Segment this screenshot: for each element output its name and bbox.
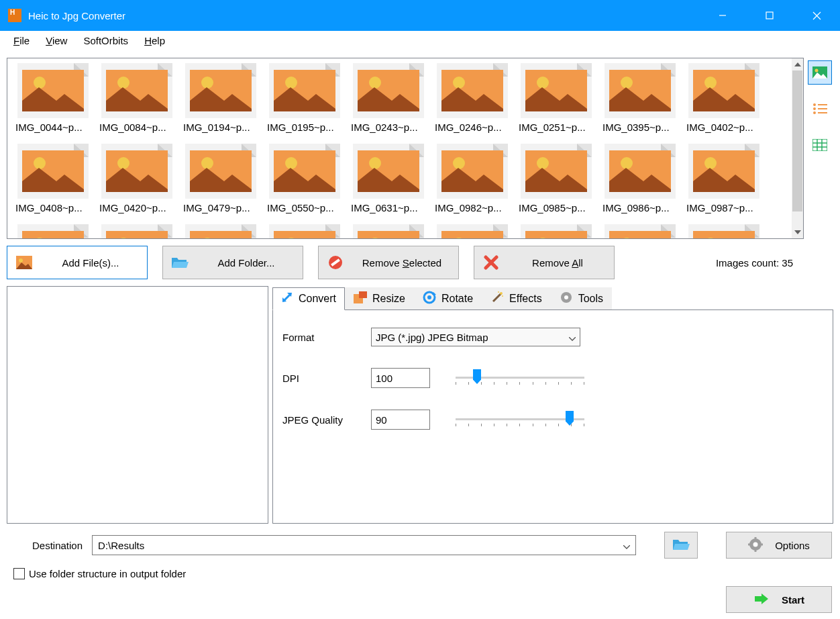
add-folder-button[interactable]: Add Folder... (162, 246, 303, 279)
thumbnail-item[interactable]: IMG_0408~p... (11, 142, 95, 222)
thumbnail-item[interactable]: IMG_0987~p... (682, 142, 766, 222)
thumbnail-image-icon (100, 222, 174, 238)
tab-rotate[interactable]: Rotate (414, 287, 482, 310)
tab-convert[interactable]: Convert (272, 287, 345, 310)
tab-tools[interactable]: Tools (551, 287, 612, 310)
svg-point-35 (500, 292, 503, 295)
add-files-label: Add File(s)... (41, 257, 147, 269)
thumbnail-item[interactable] (95, 222, 178, 238)
thumbnail-label: IMG_0084~p... (99, 122, 174, 133)
dpi-slider[interactable] (456, 369, 584, 387)
thumbnail-item[interactable]: IMG_0479~p... (179, 142, 262, 222)
thumbnail-item[interactable]: IMG_0194~p... (179, 61, 262, 142)
view-list-button[interactable] (808, 97, 832, 121)
menu-view[interactable]: View (38, 33, 75, 48)
thumbnail-item[interactable]: IMG_0044~p... (11, 61, 95, 142)
thumbnail-item[interactable] (11, 222, 95, 238)
thumbnail-image-icon (16, 61, 90, 120)
tab-strip: Convert Resize Rotate Effects Tools (272, 286, 833, 310)
thumbnail-item[interactable] (515, 222, 598, 238)
maximize-button[interactable] (746, 0, 793, 31)
thumbnail-item[interactable]: IMG_0631~p... (347, 142, 430, 222)
thumbnail-item[interactable]: IMG_0982~p... (431, 142, 514, 222)
prohibit-icon (319, 255, 352, 270)
thumbnail-label: IMG_0195~p... (267, 122, 342, 133)
svg-point-37 (502, 295, 503, 297)
menu-file[interactable]: File (5, 33, 38, 48)
menu-softorbits[interactable]: SoftOrbits (75, 33, 136, 48)
svg-point-33 (427, 295, 431, 299)
picture-icon (7, 256, 41, 269)
svg-point-36 (498, 291, 499, 293)
thumbnail-image-icon (352, 142, 425, 201)
add-files-button[interactable]: Add File(s)... (7, 246, 148, 279)
thumbnail-image-icon (184, 222, 258, 238)
view-details-button[interactable] (808, 133, 832, 157)
scrollbar-thumb[interactable] (792, 70, 802, 211)
svg-line-34 (493, 293, 501, 301)
minimize-button[interactable] (699, 0, 746, 31)
start-button[interactable]: Start (726, 586, 832, 613)
thumbnail-item[interactable]: IMG_0246~p... (431, 61, 514, 142)
remove-all-button[interactable]: Remove All (474, 246, 615, 279)
thumbnail-item[interactable] (598, 222, 682, 238)
scroll-up-icon[interactable] (792, 58, 803, 70)
view-thumbnails-button[interactable] (808, 60, 832, 85)
gallery-scrollbar[interactable] (791, 58, 803, 238)
thumbnail-item[interactable] (682, 222, 766, 238)
folder-icon (672, 538, 690, 553)
thumbnail-item[interactable] (347, 222, 430, 238)
thumbnail-image-icon (352, 222, 425, 238)
thumbnail-item[interactable]: IMG_0243~p... (347, 61, 430, 142)
tabs-pane: Convert Resize Rotate Effects Tools Form… (272, 286, 833, 524)
thumbnail-item[interactable] (263, 222, 346, 238)
browse-destination-button[interactable] (664, 532, 698, 559)
thumbnail-item[interactable]: IMG_0986~p... (598, 142, 682, 222)
tab-effects-label: Effects (509, 293, 542, 305)
thumbnail-item[interactable]: IMG_0420~p... (95, 142, 178, 222)
thumbnail-label: IMG_0044~p... (15, 122, 91, 133)
chevron-down-icon (569, 332, 576, 343)
folder-structure-checkbox[interactable] (13, 568, 25, 579)
thumbnail-image-icon (268, 222, 342, 238)
quality-slider[interactable] (456, 411, 584, 428)
menu-help[interactable]: Help (136, 33, 173, 48)
remove-selected-button[interactable]: Remove Selected (318, 246, 459, 279)
gallery-scroll[interactable]: IMG_0044~p...IMG_0084~p...IMG_0194~p...I… (7, 58, 791, 238)
thumbnail-item[interactable] (179, 222, 262, 238)
options-button[interactable]: Options (726, 532, 832, 559)
thumbnail-item[interactable]: IMG_0395~p... (598, 61, 682, 142)
dpi-input[interactable] (371, 368, 430, 388)
thumbnail-label: IMG_0246~p... (435, 122, 510, 133)
preview-pane (7, 286, 268, 524)
close-button[interactable] (793, 0, 840, 31)
svg-point-41 (753, 542, 758, 546)
svg-rect-31 (359, 291, 367, 298)
gear-icon (748, 537, 763, 554)
thumbnail-image-icon (687, 61, 761, 120)
chevron-down-icon (623, 540, 630, 551)
thumbnail-item[interactable]: IMG_0985~p... (515, 142, 598, 222)
tab-effects[interactable]: Effects (482, 287, 551, 310)
svg-rect-45 (760, 543, 763, 545)
thumbnail-item[interactable]: IMG_0195~p... (263, 61, 346, 142)
thumbnail-image-icon (16, 222, 90, 238)
format-select[interactable]: JPG (*.jpg) JPEG Bitmap (371, 328, 580, 346)
tab-resize-label: Resize (372, 293, 405, 305)
svg-rect-43 (755, 549, 757, 552)
thumbnail-image-icon (100, 61, 174, 120)
thumbnail-item[interactable]: IMG_0402~p... (682, 61, 766, 142)
quality-input[interactable] (371, 410, 430, 430)
thumbnail-label: IMG_0420~p... (99, 202, 174, 213)
thumbnail-label: IMG_0402~p... (686, 122, 762, 133)
thumbnail-item[interactable] (431, 222, 514, 238)
thumbnail-item[interactable]: IMG_0084~p... (95, 61, 178, 142)
thumbnail-item[interactable]: IMG_0251~p... (515, 61, 598, 142)
scroll-down-icon[interactable] (792, 226, 803, 238)
destination-select[interactable]: D:\Results (92, 535, 636, 555)
svg-rect-42 (755, 537, 757, 540)
svg-point-11 (813, 111, 816, 114)
tab-resize[interactable]: Resize (345, 287, 414, 310)
thumbnail-label: IMG_0194~p... (183, 122, 258, 133)
thumbnail-item[interactable]: IMG_0550~p... (263, 142, 346, 222)
